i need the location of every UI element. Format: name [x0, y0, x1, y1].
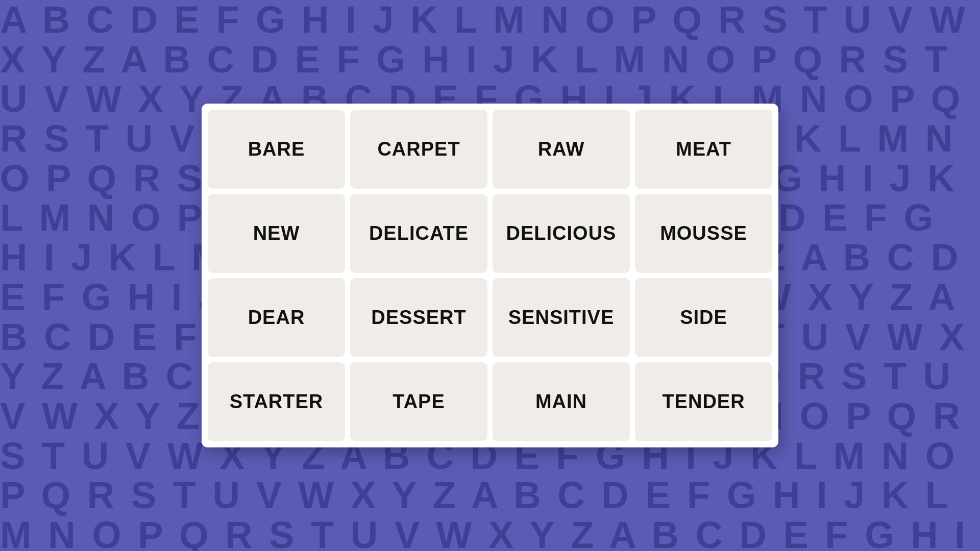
card-side[interactable]: SIDE: [635, 278, 772, 357]
card-delicate[interactable]: DELICATE: [350, 194, 487, 273]
card-dear[interactable]: DEAR: [208, 278, 345, 357]
card-label-bare: BARE: [248, 138, 305, 160]
card-label-delicate: DELICATE: [369, 222, 469, 244]
card-carpet[interactable]: CARPET: [350, 110, 487, 189]
card-grid-container: BARECARPETRAWMEATNEWDELICATEDELICIOUSMOU…: [202, 104, 778, 447]
card-label-side: SIDE: [680, 307, 727, 329]
card-tender[interactable]: TENDER: [635, 362, 772, 441]
card-label-raw: RAW: [538, 138, 585, 160]
card-label-tape: TAPE: [393, 391, 445, 413]
card-label-dessert: DESSERT: [371, 307, 466, 329]
card-sensitive[interactable]: SENSITIVE: [493, 278, 630, 357]
card-starter[interactable]: STARTER: [208, 362, 345, 441]
card-meat[interactable]: MEAT: [635, 110, 772, 189]
card-new[interactable]: NEW: [208, 194, 345, 273]
card-raw[interactable]: RAW: [493, 110, 630, 189]
card-label-sensitive: SENSITIVE: [508, 307, 615, 329]
card-label-delicious: DELICIOUS: [506, 222, 617, 244]
card-mousse[interactable]: MOUSSE: [635, 194, 772, 273]
card-label-new: NEW: [253, 222, 300, 244]
card-grid: BARECARPETRAWMEATNEWDELICATEDELICIOUSMOU…: [208, 110, 772, 441]
card-delicious[interactable]: DELICIOUS: [493, 194, 630, 273]
card-label-main: MAIN: [535, 391, 587, 413]
card-label-tender: TENDER: [662, 391, 745, 413]
card-dessert[interactable]: DESSERT: [350, 278, 487, 357]
card-label-meat: MEAT: [676, 138, 731, 160]
card-label-carpet: CARPET: [377, 138, 460, 160]
card-label-mousse: MOUSSE: [660, 222, 747, 244]
card-tape[interactable]: TAPE: [350, 362, 487, 441]
card-label-dear: DEAR: [248, 307, 305, 329]
card-bare[interactable]: BARE: [208, 110, 345, 189]
card-label-starter: STARTER: [230, 391, 324, 413]
card-main[interactable]: MAIN: [493, 362, 630, 441]
